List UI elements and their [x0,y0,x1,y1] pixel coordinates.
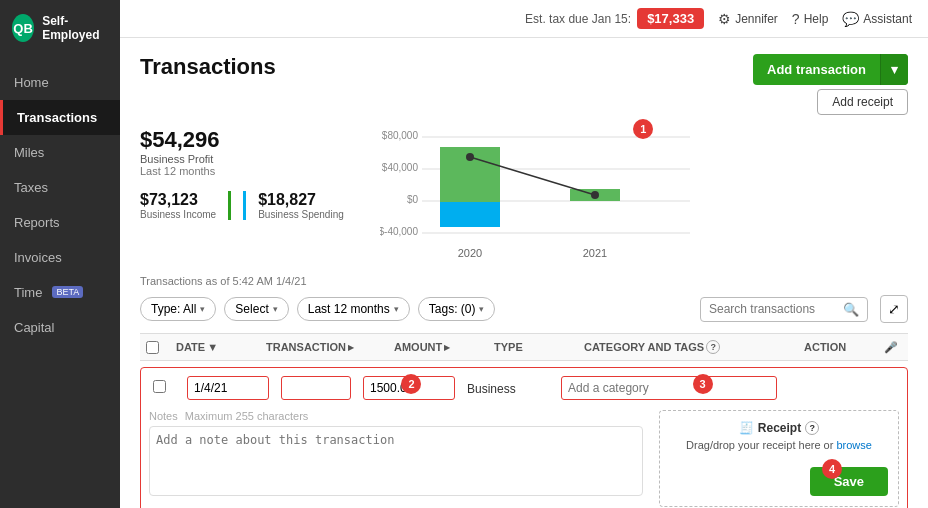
sidebar-item-invoices[interactable]: Invoices [0,240,120,275]
topbar-user: Jennifer [735,12,778,26]
sidebar-item-capital[interactable]: Capital [0,310,120,345]
type-value: Business [467,382,516,396]
sidebar-item-taxes[interactable]: Taxes [0,170,120,205]
category-input[interactable] [561,376,777,400]
date-col-header[interactable]: DATE ▼ [170,340,260,354]
edit-transaction-row: 2 3 Business [140,367,908,508]
category-col-header: CATEGORY AND TAGS ? [578,340,798,354]
help-icon: ? [792,11,800,27]
svg-text:$-40,000: $-40,000 [380,226,418,237]
row-checkbox[interactable] [153,380,166,393]
add-transaction-label: Add transaction [753,54,880,85]
income-label: Business Income [140,209,216,220]
period-filter-label: Last 12 months [308,302,390,316]
receipt-browse-link[interactable]: browse [836,439,871,451]
svg-text:2021: 2021 [583,247,607,259]
topbar-settings[interactable]: ⚙ Jennifer [718,11,778,27]
spending-amount: $18,827 [258,191,344,209]
sidebar-item-reports[interactable]: Reports [0,205,120,240]
svg-text:$40,000: $40,000 [382,162,419,173]
topbar-assistant[interactable]: 💬 Assistant [842,11,912,27]
transaction-col-header[interactable]: TRANSACTION ▸ [260,340,388,354]
sidebar-brand: Self-Employed [42,14,108,43]
receipt-help-icon: ? [805,421,819,435]
search-input[interactable] [709,302,839,316]
tags-filter-arrow: ▾ [479,304,484,314]
page-header: Transactions Add transaction ▾ Add recei… [140,54,908,115]
logo-icon: QB [12,14,34,42]
action-button-group: Add transaction ▾ Add receipt [753,54,908,115]
summary-chart-row: $54,296 Business Profit Last 12 months $… [140,127,908,267]
svg-text:2020: 2020 [458,247,482,259]
chat-icon: 💬 [842,11,859,27]
search-icon: 🔍 [843,302,859,317]
svg-text:$0: $0 [407,194,419,205]
sidebar: QB Self-Employed Home Transactions Miles… [0,0,120,508]
summary-section: $54,296 Business Profit Last 12 months $… [140,127,360,267]
row-checkbox-col[interactable] [149,380,179,396]
svg-point-12 [466,153,474,161]
topbar-help[interactable]: ? Help [792,11,828,27]
mic-icon-col: 🎤 [878,340,908,354]
spending-summary: $18,827 Business Spending [243,191,360,220]
type-filter-arrow: ▾ [200,304,205,314]
tags-filter-label: Tags: (0) [429,302,476,316]
sidebar-item-time[interactable]: Time BETA [0,275,120,310]
filter-bar: Type: All ▾ Select ▾ Last 12 months ▾ Ta… [140,295,908,323]
date-input[interactable] [187,376,269,400]
type-filter-label: Type: All [151,302,196,316]
filter-note: Transactions as of 5:42 AM 1/4/21 [140,275,908,287]
spending-label: Business Spending [258,209,344,220]
sidebar-item-transactions[interactable]: Transactions [0,100,120,135]
notes-textarea[interactable] [149,426,643,496]
chart-section: 1 $80,000 $40,000 $0 $-40,000 [380,127,908,267]
profit-period: Last 12 months [140,165,360,177]
topbar: Est. tax due Jan 15: $17,333 ⚙ Jennifer … [120,0,928,38]
profit-amount: $54,296 [140,127,360,153]
add-transaction-caret[interactable]: ▾ [880,54,908,85]
category-help-icon: ? [706,340,720,354]
add-transaction-button[interactable]: Add transaction ▾ [753,54,908,85]
page-title: Transactions [140,54,276,80]
checkbox-col[interactable] [140,340,170,354]
notes-label: Notes Maximum 255 characters [149,410,643,422]
export-button[interactable]: ⤢ [880,295,908,323]
income-amount: $73,123 [140,191,216,209]
amount-col-header[interactable]: AMOUNT ▸ [388,340,488,354]
notes-section: Notes Maximum 255 characters [149,410,643,507]
date-sort-icon: ▼ [207,341,218,353]
receipt-sub: Drag/drop your receipt here or browse [686,439,872,451]
svg-text:$80,000: $80,000 [382,130,419,141]
period-filter[interactable]: Last 12 months ▾ [297,297,410,321]
main-content: Est. tax due Jan 15: $17,333 ⚙ Jennifer … [120,0,928,508]
callout-3: 3 [693,374,713,394]
search-box[interactable]: 🔍 [700,297,868,322]
add-receipt-button[interactable]: Add receipt [817,89,908,115]
sidebar-item-home[interactable]: Home [0,65,120,100]
receipt-header: 🧾 Receipt ? [739,421,819,435]
row-category-col [557,376,781,400]
row-date-col [183,376,273,400]
profit-label: Business Profit [140,153,360,165]
page-content: Transactions Add transaction ▾ Add recei… [120,38,928,508]
receipt-section: 🧾 Receipt ? Drag/drop your receipt here … [659,410,899,507]
sidebar-item-miles[interactable]: Miles [0,135,120,170]
sidebar-logo: QB Self-Employed [0,0,120,57]
beta-badge: BETA [52,286,83,298]
select-all-checkbox[interactable] [146,341,159,354]
select-filter-label: Select [235,302,268,316]
summary-secondary: $73,123 Business Income $18,827 Business… [140,191,360,220]
bar-chart: $80,000 $40,000 $0 $-40,000 [380,127,700,267]
type-filter[interactable]: Type: All ▾ [140,297,216,321]
tags-filter[interactable]: Tags: (0) ▾ [418,297,496,321]
amount-sort-icon: ▸ [444,341,450,354]
action-col-header: ACTION [798,340,878,354]
tax-label: Est. tax due Jan 15: [525,12,631,26]
row-transaction-col [277,376,355,400]
table-header: DATE ▼ TRANSACTION ▸ AMOUNT ▸ TYPE CATEG… [140,333,908,361]
select-filter[interactable]: Select ▾ [224,297,288,321]
receipt-icon: 🧾 [739,421,754,435]
svg-point-13 [591,191,599,199]
transaction-input[interactable] [281,376,351,400]
sidebar-nav: Home Transactions Miles Taxes Reports In… [0,65,120,345]
